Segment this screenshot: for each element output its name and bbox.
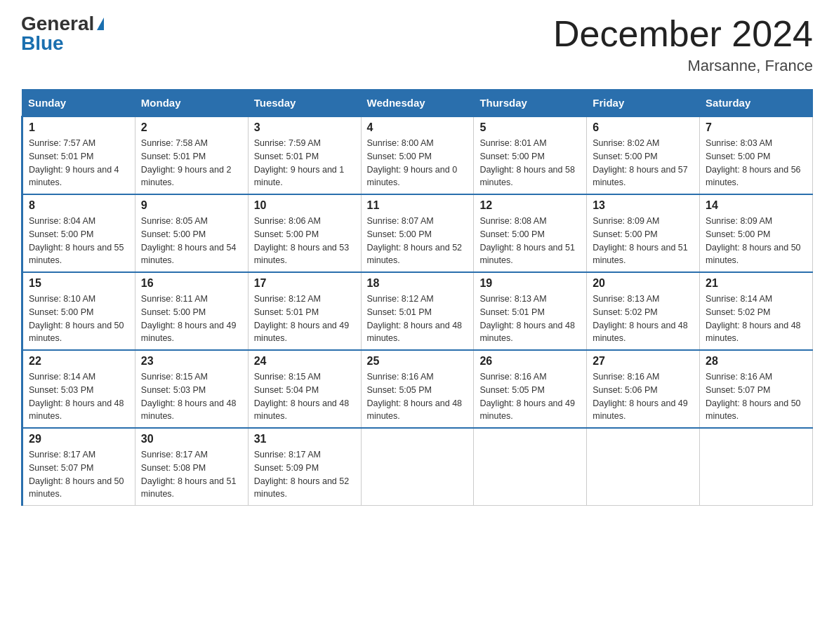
day-number: 5 xyxy=(479,121,581,134)
day-number: 18 xyxy=(367,277,468,290)
day-info: Sunrise: 8:06 AMSunset: 5:00 PMDaylight:… xyxy=(254,215,355,267)
calendar-cell: 21 Sunrise: 8:14 AMSunset: 5:02 PMDaylig… xyxy=(700,272,813,350)
day-info: Sunrise: 8:15 AMSunset: 5:04 PMDaylight:… xyxy=(254,370,355,423)
week-row-1: 1 Sunrise: 7:57 AMSunset: 5:01 PMDayligh… xyxy=(22,116,813,194)
calendar-cell: 13 Sunrise: 8:09 AMSunset: 5:00 PMDaylig… xyxy=(587,194,700,272)
day-info: Sunrise: 8:09 AMSunset: 5:00 PMDaylight:… xyxy=(593,215,694,267)
calendar-cell: 28 Sunrise: 8:16 AMSunset: 5:07 PMDaylig… xyxy=(700,350,813,428)
subtitle: Marsanne, France xyxy=(553,57,813,75)
day-info: Sunrise: 8:10 AMSunset: 5:00 PMDaylight:… xyxy=(29,293,129,345)
day-number: 24 xyxy=(254,355,355,368)
day-info: Sunrise: 8:16 AMSunset: 5:05 PMDaylight:… xyxy=(479,370,581,423)
day-number: 20 xyxy=(593,277,694,290)
calendar-cell: 4 Sunrise: 8:00 AMSunset: 5:00 PMDayligh… xyxy=(361,116,474,194)
day-number: 15 xyxy=(29,277,129,290)
calendar-cell: 29 Sunrise: 8:17 AMSunset: 5:07 PMDaylig… xyxy=(22,428,135,506)
day-info: Sunrise: 8:12 AMSunset: 5:01 PMDaylight:… xyxy=(367,293,468,345)
day-info: Sunrise: 8:03 AMSunset: 5:00 PMDaylight:… xyxy=(706,137,807,189)
calendar-cell xyxy=(361,428,474,506)
logo-blue-text: Blue xyxy=(21,34,64,53)
day-number: 27 xyxy=(593,355,694,368)
day-info: Sunrise: 7:57 AMSunset: 5:01 PMDaylight:… xyxy=(29,137,129,189)
calendar-cell: 8 Sunrise: 8:04 AMSunset: 5:00 PMDayligh… xyxy=(22,194,135,272)
main-title: December 2024 xyxy=(553,14,813,54)
calendar-table: SundayMondayTuesdayWednesdayThursdayFrid… xyxy=(21,89,813,506)
logo-triangle-icon xyxy=(97,18,104,30)
day-info: Sunrise: 8:15 AMSunset: 5:03 PMDaylight:… xyxy=(141,370,242,423)
header-day-tuesday: Tuesday xyxy=(248,90,361,117)
day-number: 12 xyxy=(479,199,581,212)
day-number: 25 xyxy=(367,355,468,368)
day-info: Sunrise: 8:16 AMSunset: 5:07 PMDaylight:… xyxy=(706,370,807,423)
calendar-cell: 22 Sunrise: 8:14 AMSunset: 5:03 PMDaylig… xyxy=(22,350,135,428)
day-number: 29 xyxy=(29,433,129,445)
day-info: Sunrise: 8:09 AMSunset: 5:00 PMDaylight:… xyxy=(706,215,807,267)
calendar-cell: 11 Sunrise: 8:07 AMSunset: 5:00 PMDaylig… xyxy=(361,194,474,272)
week-row-4: 22 Sunrise: 8:14 AMSunset: 5:03 PMDaylig… xyxy=(22,350,813,428)
day-number: 17 xyxy=(254,277,355,290)
header-day-sunday: Sunday xyxy=(22,90,135,117)
header-row: SundayMondayTuesdayWednesdayThursdayFrid… xyxy=(22,90,813,117)
calendar-cell: 12 Sunrise: 8:08 AMSunset: 5:00 PMDaylig… xyxy=(474,194,587,272)
calendar-cell: 23 Sunrise: 8:15 AMSunset: 5:03 PMDaylig… xyxy=(135,350,248,428)
header-day-thursday: Thursday xyxy=(474,90,587,117)
calendar-cell: 15 Sunrise: 8:10 AMSunset: 5:00 PMDaylig… xyxy=(22,272,135,350)
calendar-cell xyxy=(587,428,700,506)
calendar-cell: 3 Sunrise: 7:59 AMSunset: 5:01 PMDayligh… xyxy=(248,116,361,194)
day-number: 6 xyxy=(593,121,694,134)
day-info: Sunrise: 8:01 AMSunset: 5:00 PMDaylight:… xyxy=(479,137,581,189)
day-info: Sunrise: 8:12 AMSunset: 5:01 PMDaylight:… xyxy=(254,293,355,345)
day-number: 30 xyxy=(141,433,242,445)
day-number: 10 xyxy=(254,199,355,212)
calendar-cell: 7 Sunrise: 8:03 AMSunset: 5:00 PMDayligh… xyxy=(700,116,813,194)
calendar-cell: 14 Sunrise: 8:09 AMSunset: 5:00 PMDaylig… xyxy=(700,194,813,272)
calendar-cell: 10 Sunrise: 8:06 AMSunset: 5:00 PMDaylig… xyxy=(248,194,361,272)
logo: General Blue xyxy=(21,14,104,53)
calendar-cell: 27 Sunrise: 8:16 AMSunset: 5:06 PMDaylig… xyxy=(587,350,700,428)
day-number: 1 xyxy=(29,121,129,134)
day-info: Sunrise: 8:16 AMSunset: 5:06 PMDaylight:… xyxy=(593,370,694,423)
day-info: Sunrise: 8:13 AMSunset: 5:01 PMDaylight:… xyxy=(479,293,581,345)
page-header: General Blue December 2024 Marsanne, Fra… xyxy=(21,14,813,75)
calendar-cell: 2 Sunrise: 7:58 AMSunset: 5:01 PMDayligh… xyxy=(135,116,248,194)
day-info: Sunrise: 8:08 AMSunset: 5:00 PMDaylight:… xyxy=(479,215,581,267)
day-info: Sunrise: 8:14 AMSunset: 5:03 PMDaylight:… xyxy=(29,370,129,423)
header-day-wednesday: Wednesday xyxy=(361,90,474,117)
calendar-cell: 24 Sunrise: 8:15 AMSunset: 5:04 PMDaylig… xyxy=(248,350,361,428)
calendar-cell: 16 Sunrise: 8:11 AMSunset: 5:00 PMDaylig… xyxy=(135,272,248,350)
calendar-cell: 31 Sunrise: 8:17 AMSunset: 5:09 PMDaylig… xyxy=(248,428,361,506)
title-block: December 2024 Marsanne, France xyxy=(553,14,813,75)
header-day-monday: Monday xyxy=(135,90,248,117)
day-info: Sunrise: 8:17 AMSunset: 5:08 PMDaylight:… xyxy=(141,448,242,501)
calendar-cell xyxy=(474,428,587,506)
day-number: 4 xyxy=(367,121,468,134)
day-number: 2 xyxy=(141,121,242,134)
calendar-cell: 5 Sunrise: 8:01 AMSunset: 5:00 PMDayligh… xyxy=(474,116,587,194)
day-info: Sunrise: 8:04 AMSunset: 5:00 PMDaylight:… xyxy=(29,215,129,267)
calendar-cell: 19 Sunrise: 8:13 AMSunset: 5:01 PMDaylig… xyxy=(474,272,587,350)
day-number: 19 xyxy=(479,277,581,290)
day-number: 9 xyxy=(141,199,242,212)
day-info: Sunrise: 7:58 AMSunset: 5:01 PMDaylight:… xyxy=(141,137,242,189)
calendar-cell: 26 Sunrise: 8:16 AMSunset: 5:05 PMDaylig… xyxy=(474,350,587,428)
calendar-cell: 20 Sunrise: 8:13 AMSunset: 5:02 PMDaylig… xyxy=(587,272,700,350)
calendar-cell: 1 Sunrise: 7:57 AMSunset: 5:01 PMDayligh… xyxy=(22,116,135,194)
day-number: 14 xyxy=(706,199,807,212)
calendar-cell xyxy=(700,428,813,506)
day-number: 16 xyxy=(141,277,242,290)
logo-general-text: General xyxy=(21,14,94,34)
day-info: Sunrise: 8:07 AMSunset: 5:00 PMDaylight:… xyxy=(367,215,468,267)
day-info: Sunrise: 8:00 AMSunset: 5:00 PMDaylight:… xyxy=(367,137,468,189)
header-day-friday: Friday xyxy=(587,90,700,117)
day-number: 31 xyxy=(254,433,355,445)
day-number: 22 xyxy=(29,355,129,368)
day-info: Sunrise: 8:17 AMSunset: 5:09 PMDaylight:… xyxy=(254,448,355,501)
calendar-cell: 18 Sunrise: 8:12 AMSunset: 5:01 PMDaylig… xyxy=(361,272,474,350)
day-number: 8 xyxy=(29,199,129,212)
day-info: Sunrise: 8:02 AMSunset: 5:00 PMDaylight:… xyxy=(593,137,694,189)
day-info: Sunrise: 8:17 AMSunset: 5:07 PMDaylight:… xyxy=(29,448,129,501)
week-row-5: 29 Sunrise: 8:17 AMSunset: 5:07 PMDaylig… xyxy=(22,428,813,506)
day-info: Sunrise: 8:11 AMSunset: 5:00 PMDaylight:… xyxy=(141,293,242,345)
day-number: 23 xyxy=(141,355,242,368)
day-number: 3 xyxy=(254,121,355,134)
